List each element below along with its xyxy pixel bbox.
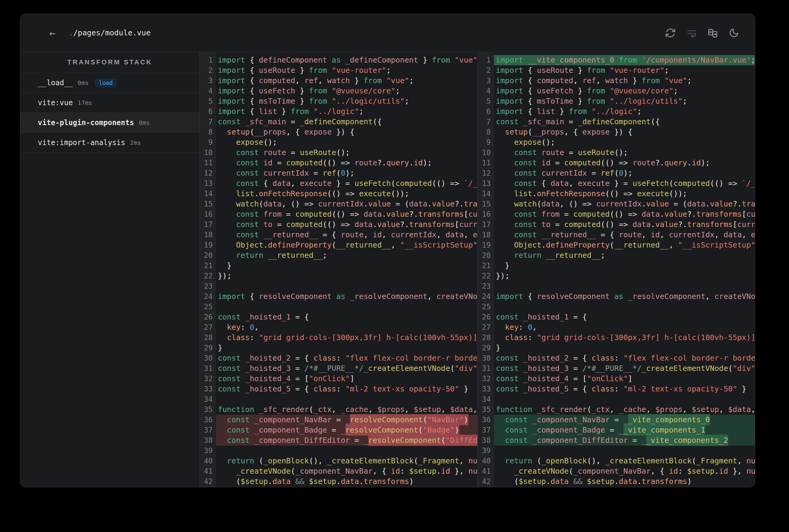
line-number: 24	[478, 291, 494, 302]
line-number: 23	[200, 281, 216, 291]
code-line: const currentIdx = ref(0);	[216, 168, 477, 178]
line-number: 6	[200, 107, 216, 117]
line-number: 40	[478, 456, 494, 466]
code-line: return __returned__;	[216, 250, 477, 261]
diff-word-highlight: _vite_components_1	[624, 424, 705, 436]
line-number: 17	[200, 220, 216, 230]
line-number: 3	[200, 76, 216, 86]
transform-stack-sidebar: TRANSFORM STACK __load__0msloadvite:vue1…	[20, 52, 199, 487]
main-content: TRANSFORM STACK __load__0msloadvite:vue1…	[20, 52, 755, 487]
line-number: 24	[200, 291, 216, 302]
code-line: import { useFetch } from "@vueuse/core";	[216, 86, 477, 96]
code-line: watch(data, () => currentIdx.value = (da…	[494, 199, 755, 209]
line-number: 31	[478, 363, 494, 374]
code-line	[494, 302, 755, 312]
line-number: 15	[200, 199, 216, 209]
code-line: Object.defineProperty(__returned__, "__i…	[494, 240, 755, 250]
code-line: const _component_Badge = __vite_componen…	[494, 425, 755, 435]
line-number: 4	[200, 86, 216, 96]
code-line: const id = computed(() => route?.query.i…	[494, 158, 755, 168]
line-number: 30	[478, 353, 494, 363]
diff-word-highlight: resolveComponent("DiffEdi	[368, 435, 477, 446]
code-line: const _hoisted_1 = {	[216, 312, 477, 322]
line-number: 12	[478, 168, 494, 178]
sidebar-item-vite-plugin-components[interactable]: vite-plugin-components0ms	[20, 113, 199, 133]
line-number: 37	[478, 425, 494, 435]
dark-mode-icon[interactable]	[729, 27, 739, 38]
code-line: const _sfc_main = _defineComponent({	[494, 117, 755, 127]
sidebar-item-vite-import-analysis[interactable]: vite:import-analysis2ms	[20, 133, 199, 153]
line-number: 17	[478, 220, 494, 230]
code-line: const _component_Badge = _resolveCompone…	[216, 425, 477, 435]
line-number: 9	[478, 137, 494, 148]
code-line: const __returned__ = { route, id, curren…	[216, 230, 477, 240]
code-line: key: 0,	[494, 322, 755, 332]
code-line: key: 0,	[216, 322, 477, 332]
line-number: 15	[478, 199, 494, 209]
code-line: return (_openBlock(), _createElementBloc…	[216, 456, 477, 466]
code-line: const _component_DiffEditor = __vite_com…	[494, 435, 755, 445]
back-button[interactable]: ←	[49, 27, 61, 39]
split-view-icon[interactable]	[707, 27, 718, 38]
line-number: 34	[200, 394, 216, 404]
line-number: 21	[200, 261, 216, 271]
code-line: function _sfc_render(_ctx, _cache, $prop…	[216, 404, 477, 415]
code-line: import { list } from "../logic";	[494, 107, 755, 117]
line-number: 27	[200, 322, 216, 332]
code-line: class: "grid grid-cols-[300px,3fr] h-[ca…	[216, 332, 477, 343]
line-number: 16	[200, 209, 216, 220]
code-line	[216, 302, 477, 312]
code-line: const _hoisted_5 = { class: "ml-2 text-x…	[494, 384, 755, 394]
refresh-icon[interactable]	[665, 27, 676, 38]
sidebar-item--load-[interactable]: __load__0msload	[20, 73, 199, 93]
code-line: });	[216, 271, 477, 281]
path-dot: .	[69, 28, 73, 37]
line-number: 39	[478, 445, 494, 456]
sidebar-item-vite-vue[interactable]: vite:vue17ms	[20, 93, 199, 113]
line-number: 26	[478, 312, 494, 322]
code-line: ($setup.data && $setup.data.transforms)	[216, 476, 477, 487]
line-number: 8	[478, 127, 494, 137]
line-number: 30	[200, 353, 216, 363]
code-line: const _hoisted_4 = ["onClick"]	[494, 374, 755, 384]
line-number: 6	[478, 107, 494, 117]
diff-word-highlight: _vite_components_0	[628, 414, 710, 425]
line-number: 2	[200, 65, 216, 76]
line-number: 20	[478, 250, 494, 261]
line-number: 38	[478, 435, 494, 445]
line-number: 27	[478, 322, 494, 332]
code-line: expose();	[494, 137, 755, 148]
line-number: 25	[478, 302, 494, 312]
line-number: 41	[478, 466, 494, 476]
line-number: 19	[200, 240, 216, 250]
code-line: import { defineComponent as _defineCompo…	[216, 55, 477, 65]
line-number: 29	[478, 343, 494, 353]
plugin-name: __load__	[38, 79, 73, 87]
line-number: 13	[200, 178, 216, 189]
code-line: import { resolveComponent as _resolveCom…	[494, 291, 755, 302]
diff-word-highlight: _vite_components_2	[646, 435, 728, 446]
code-line: const from = computed(() => data.value?.…	[216, 209, 477, 220]
line-number: 9	[200, 137, 216, 148]
code-line: }	[216, 261, 477, 271]
code-line: const _component_NavBar = _resolveCompon…	[216, 415, 477, 425]
code-line	[494, 394, 755, 404]
code-line: const route = useRoute();	[216, 148, 477, 158]
line-number: 5	[478, 96, 494, 107]
code-line: const _hoisted_2 = { class: "flex flex-c…	[494, 353, 755, 363]
code-line: import { computed, ref, watch } from "vu…	[494, 76, 755, 86]
wrap-lines-icon[interactable]	[686, 27, 697, 38]
code-line: ($setup.data && $setup.data.transforms)	[494, 476, 755, 487]
toolbar	[665, 27, 739, 38]
code-line: import { msToTime } from "../logic/utils…	[494, 96, 755, 107]
code-line: const _component_NavBar = __vite_compone…	[494, 415, 755, 425]
sidebar-header: TRANSFORM STACK	[20, 52, 199, 73]
code-line: Object.defineProperty(__returned__, "__i…	[216, 240, 477, 250]
path-text: /pages/module.vue	[73, 28, 151, 37]
code-line: const _component_DiffEditor = _resolveCo…	[216, 435, 477, 445]
code-line: list.onFetchResponse(() => execute());	[494, 189, 755, 199]
line-number: 8	[200, 127, 216, 137]
line-number: 11	[478, 158, 494, 168]
line-number: 35	[478, 404, 494, 415]
line-number: 14	[200, 189, 216, 199]
